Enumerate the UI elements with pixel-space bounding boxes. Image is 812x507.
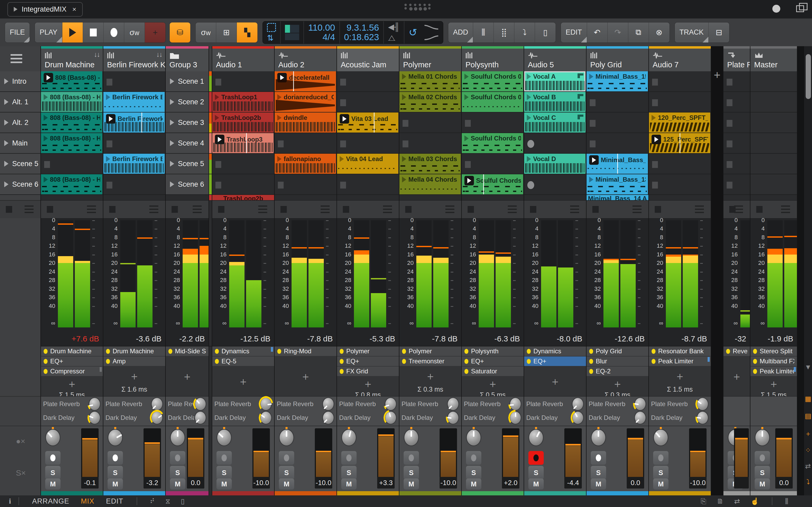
device-enabled-icon[interactable] xyxy=(464,349,468,354)
clip-play-icon[interactable] xyxy=(652,115,656,121)
add-device-button[interactable]: ＋ xyxy=(723,356,750,396)
time-value[interactable]: 0:18.623 xyxy=(344,33,379,42)
clip-slot[interactable] xyxy=(723,71,750,92)
device-item[interactable]: Dynamics xyxy=(524,346,586,356)
device-enabled-icon[interactable] xyxy=(215,349,219,354)
volume-fader[interactable] xyxy=(734,428,749,489)
stop-slot-icon[interactable] xyxy=(465,161,471,168)
clip[interactable]: Mella 04 Chords xyxy=(399,174,461,194)
pan-knob[interactable] xyxy=(170,429,185,446)
stop-slot-icon[interactable] xyxy=(652,79,658,86)
scene-row[interactable]: Alt. 1 xyxy=(0,92,41,112)
stop-slot-icon[interactable] xyxy=(278,140,284,147)
fader-cap[interactable] xyxy=(145,442,160,444)
stop-clips-button[interactable] xyxy=(756,206,763,213)
track-header[interactable]: Acoustic Jam xyxy=(337,46,399,71)
io-swap-icon[interactable]: ⇄ xyxy=(734,497,740,505)
browser-grid-icon[interactable]: ▦ xyxy=(804,395,812,403)
clip-slot[interactable] xyxy=(649,92,711,112)
clip[interactable]: TrashLoop2b xyxy=(212,112,273,132)
device-item[interactable]: Resonator Bank xyxy=(649,346,711,356)
clip[interactable]: Berlin Firework B... xyxy=(103,112,165,132)
clip-slot[interactable]: Scene 3 xyxy=(166,112,209,133)
scene-play-icon[interactable] xyxy=(4,120,8,125)
send-row[interactable]: Dark Delay xyxy=(105,411,163,425)
add-device-button[interactable]: ＋ xyxy=(337,377,399,391)
launcher-record-button[interactable]: ⛁ xyxy=(170,22,190,43)
volume-fader[interactable]: +2.0 xyxy=(502,428,519,489)
device-enabled-icon[interactable] xyxy=(753,349,757,354)
clip[interactable]: fallonapiano xyxy=(274,154,336,174)
scene-row[interactable]: Alt. 2 xyxy=(0,112,41,133)
solo-button[interactable]: S xyxy=(653,466,668,480)
clip-slot[interactable] xyxy=(212,71,274,92)
clip-play-icon[interactable] xyxy=(402,94,406,100)
position-cell[interactable]: 9.3.1.56 0:18.623 xyxy=(340,21,384,44)
stop-slot-icon[interactable] xyxy=(727,79,732,86)
clip[interactable]: Berlin Firework B... xyxy=(103,154,165,174)
clip[interactable]: Soulful Chords 01 B xyxy=(462,92,523,112)
send-row[interactable]: Plate Reverb xyxy=(402,397,459,411)
device-item[interactable]: Drum Machine xyxy=(103,346,165,356)
clip[interactable]: TrashLoop3 xyxy=(212,133,273,153)
device-item[interactable]: Amp xyxy=(103,356,165,367)
device-enabled-icon[interactable] xyxy=(340,369,344,374)
file-panel-icon[interactable]: 🗎 xyxy=(717,497,724,505)
solo-button[interactable]: S xyxy=(216,466,232,480)
clip-slot[interactable]: Mella 02 Chords xyxy=(399,92,461,112)
clip-play-icon[interactable] xyxy=(44,177,48,182)
track-list-icon[interactable] xyxy=(734,206,743,213)
device-item[interactable]: Saturator xyxy=(462,367,524,377)
track-list-icon[interactable] xyxy=(632,206,642,213)
mute-button[interactable]: M xyxy=(279,478,294,490)
clip-slot[interactable]: Vita 03 Lead xyxy=(337,112,399,133)
volume-fader[interactable]: 0.0 xyxy=(627,428,644,489)
stop-slot-icon[interactable] xyxy=(44,161,50,168)
clip-play-icon[interactable] xyxy=(527,94,531,100)
clip-slot[interactable] xyxy=(212,154,274,174)
clip[interactable]: Vocal C xyxy=(524,112,586,132)
clip-slot[interactable]: dorianreduced_C xyxy=(274,92,337,112)
send-knob[interactable] xyxy=(572,411,584,425)
fader-cap[interactable] xyxy=(735,438,748,439)
device-item[interactable]: Peak Limiter xyxy=(750,367,797,377)
mute-button[interactable]: M xyxy=(653,478,668,490)
engine-cell[interactable]: ⇅ xyxy=(263,21,281,44)
add-device-button[interactable]: ＋ xyxy=(399,367,461,386)
tab-mix[interactable]: MIX xyxy=(81,497,94,505)
add-device-button[interactable]: ＋ xyxy=(103,367,165,386)
stop-slot-icon[interactable] xyxy=(278,182,284,188)
clip-play-icon[interactable] xyxy=(340,156,344,162)
device-enabled-icon[interactable] xyxy=(44,349,48,354)
info-icon[interactable]: i xyxy=(9,497,11,505)
device-enabled-icon[interactable] xyxy=(527,349,531,354)
volume-fader[interactable]: -10.0 xyxy=(689,428,707,489)
track-name[interactable]: Drum Machine xyxy=(45,60,95,69)
solo-button[interactable]: S xyxy=(591,466,606,480)
dual-panel-icon[interactable]: ⠞ xyxy=(150,497,155,505)
clip-playing-icon[interactable] xyxy=(44,73,53,82)
clip-slot[interactable] xyxy=(649,174,711,195)
track-list-icon[interactable] xyxy=(508,206,517,213)
solo-button[interactable]: S xyxy=(404,466,419,480)
clip[interactable]: TrashLoop1 xyxy=(212,92,273,112)
clip-launcher-mode-button[interactable]: ▚ xyxy=(237,22,257,43)
send-knob[interactable] xyxy=(89,411,101,425)
device-enabled-icon[interactable] xyxy=(464,359,468,364)
add-audio-track-icon[interactable]: ⣿ xyxy=(494,22,514,43)
stop-slot-icon[interactable] xyxy=(652,99,658,106)
stop-slot-icon[interactable] xyxy=(590,140,596,147)
send-knob[interactable] xyxy=(322,411,335,425)
clip-slot[interactable]: 125_Perc_SPFT_11 xyxy=(649,133,711,154)
clip-slot[interactable] xyxy=(524,133,586,154)
clip[interactable]: Mella 03 Chords xyxy=(399,154,461,174)
track-name[interactable]: Audio 1 xyxy=(216,60,242,69)
device-item[interactable]: Stereo Split xyxy=(750,346,797,356)
clip-play-icon[interactable] xyxy=(215,115,219,121)
record-arm-button[interactable] xyxy=(755,451,770,465)
clip[interactable]: 808 (Bass-08) - H... xyxy=(41,112,102,132)
fade-in-icon[interactable] xyxy=(424,35,439,41)
device-enabled-icon[interactable] xyxy=(402,349,406,354)
mute-button[interactable]: M xyxy=(341,478,357,490)
mute-button[interactable]: M xyxy=(216,478,232,490)
